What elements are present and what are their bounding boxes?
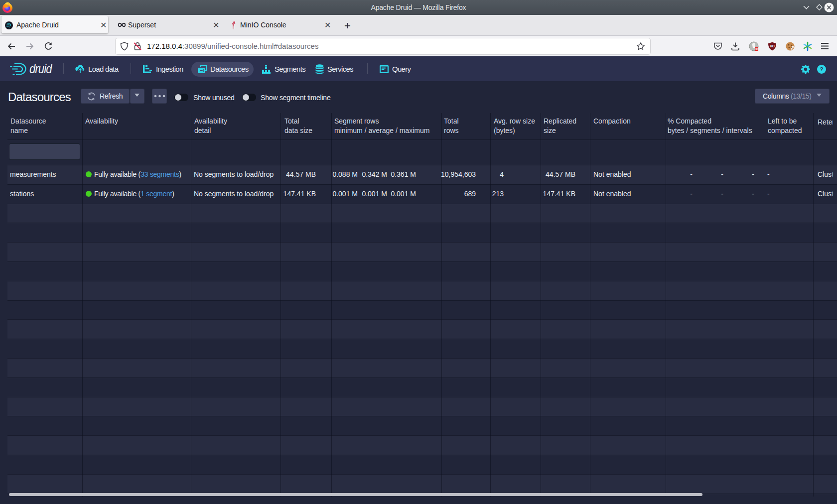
svg-text:?: ? xyxy=(820,66,823,72)
svg-text:UO: UO xyxy=(770,44,775,48)
